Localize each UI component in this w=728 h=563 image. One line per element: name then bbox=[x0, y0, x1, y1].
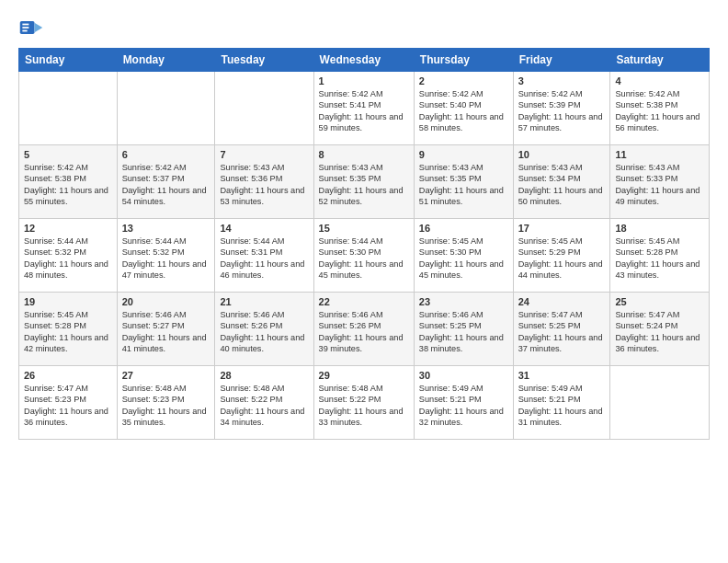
day-info: Sunrise: 5:45 AM Sunset: 5:28 PM Dayligh… bbox=[24, 309, 112, 355]
day-number: 14 bbox=[220, 223, 308, 234]
cell-content: 3Sunrise: 5:42 AM Sunset: 5:39 PM Daylig… bbox=[518, 75, 606, 134]
day-number: 8 bbox=[319, 149, 409, 160]
calendar-cell bbox=[117, 72, 215, 145]
day-info: Sunrise: 5:42 AM Sunset: 5:40 PM Dayligh… bbox=[419, 88, 508, 134]
cell-content: 23Sunrise: 5:46 AM Sunset: 5:25 PM Dayli… bbox=[419, 296, 508, 355]
calendar-cell: 30Sunrise: 5:49 AM Sunset: 5:21 PM Dayli… bbox=[414, 366, 513, 440]
cell-content: 29Sunrise: 5:48 AM Sunset: 5:22 PM Dayli… bbox=[319, 370, 409, 429]
day-number: 6 bbox=[122, 149, 210, 160]
day-number: 29 bbox=[319, 370, 409, 381]
day-info: Sunrise: 5:48 AM Sunset: 5:22 PM Dayligh… bbox=[319, 383, 409, 429]
day-info: Sunrise: 5:46 AM Sunset: 5:26 PM Dayligh… bbox=[220, 309, 308, 355]
calendar-cell: 13Sunrise: 5:44 AM Sunset: 5:32 PM Dayli… bbox=[117, 219, 215, 293]
day-info: Sunrise: 5:44 AM Sunset: 5:31 PM Dayligh… bbox=[220, 236, 308, 282]
cell-content: 13Sunrise: 5:44 AM Sunset: 5:32 PM Dayli… bbox=[122, 223, 210, 282]
calendar-cell: 21Sunrise: 5:46 AM Sunset: 5:26 PM Dayli… bbox=[215, 293, 313, 366]
day-number: 4 bbox=[615, 75, 704, 86]
svg-rect-2 bbox=[22, 24, 28, 26]
calendar-cell: 6Sunrise: 5:42 AM Sunset: 5:37 PM Daylig… bbox=[117, 145, 215, 219]
cell-content: 22Sunrise: 5:46 AM Sunset: 5:26 PM Dayli… bbox=[319, 296, 409, 355]
day-number: 2 bbox=[419, 75, 508, 86]
day-info: Sunrise: 5:47 AM Sunset: 5:24 PM Dayligh… bbox=[615, 309, 704, 355]
column-header-monday: Monday bbox=[117, 49, 215, 72]
calendar-cell: 25Sunrise: 5:47 AM Sunset: 5:24 PM Dayli… bbox=[610, 293, 710, 366]
day-number: 1 bbox=[319, 75, 409, 86]
day-number: 19 bbox=[24, 296, 112, 307]
day-number: 18 bbox=[615, 223, 704, 234]
day-number: 11 bbox=[615, 149, 704, 160]
cell-content: 10Sunrise: 5:43 AM Sunset: 5:34 PM Dayli… bbox=[518, 149, 606, 208]
logo-icon bbox=[18, 15, 44, 40]
day-number: 13 bbox=[122, 223, 210, 234]
cell-content: 14Sunrise: 5:44 AM Sunset: 5:31 PM Dayli… bbox=[220, 223, 308, 282]
cell-content: 21Sunrise: 5:46 AM Sunset: 5:26 PM Dayli… bbox=[220, 296, 308, 355]
calendar-cell bbox=[19, 72, 118, 145]
column-header-tuesday: Tuesday bbox=[215, 49, 313, 72]
day-number: 10 bbox=[518, 149, 606, 160]
calendar-cell: 31Sunrise: 5:49 AM Sunset: 5:21 PM Dayli… bbox=[513, 366, 610, 440]
day-info: Sunrise: 5:49 AM Sunset: 5:21 PM Dayligh… bbox=[419, 383, 508, 429]
day-info: Sunrise: 5:47 AM Sunset: 5:25 PM Dayligh… bbox=[518, 309, 606, 355]
day-info: Sunrise: 5:46 AM Sunset: 5:27 PM Dayligh… bbox=[122, 309, 210, 355]
day-number: 17 bbox=[518, 223, 606, 234]
calendar-cell: 17Sunrise: 5:45 AM Sunset: 5:29 PM Dayli… bbox=[513, 219, 610, 293]
day-number: 31 bbox=[518, 370, 606, 381]
day-number: 30 bbox=[419, 370, 508, 381]
day-number: 3 bbox=[518, 75, 606, 86]
day-number: 7 bbox=[220, 149, 308, 160]
calendar-cell: 24Sunrise: 5:47 AM Sunset: 5:25 PM Dayli… bbox=[513, 293, 610, 366]
day-number: 16 bbox=[419, 223, 508, 234]
calendar-cell: 16Sunrise: 5:45 AM Sunset: 5:30 PM Dayli… bbox=[414, 219, 513, 293]
cell-content: 6Sunrise: 5:42 AM Sunset: 5:37 PM Daylig… bbox=[122, 149, 210, 208]
day-number: 24 bbox=[518, 296, 606, 307]
column-header-sunday: Sunday bbox=[19, 49, 118, 72]
week-row-4: 19Sunrise: 5:45 AM Sunset: 5:28 PM Dayli… bbox=[19, 293, 710, 366]
cell-content: 18Sunrise: 5:45 AM Sunset: 5:28 PM Dayli… bbox=[615, 223, 704, 282]
day-number: 22 bbox=[319, 296, 409, 307]
svg-rect-4 bbox=[22, 30, 27, 32]
calendar-cell: 19Sunrise: 5:45 AM Sunset: 5:28 PM Dayli… bbox=[19, 293, 118, 366]
day-info: Sunrise: 5:47 AM Sunset: 5:23 PM Dayligh… bbox=[24, 383, 112, 429]
day-number: 21 bbox=[220, 296, 308, 307]
day-info: Sunrise: 5:46 AM Sunset: 5:26 PM Dayligh… bbox=[319, 309, 409, 355]
header-row: SundayMondayTuesdayWednesdayThursdayFrid… bbox=[19, 49, 710, 72]
cell-content: 27Sunrise: 5:48 AM Sunset: 5:23 PM Dayli… bbox=[122, 370, 210, 429]
day-number: 5 bbox=[24, 149, 112, 160]
calendar-cell: 22Sunrise: 5:46 AM Sunset: 5:26 PM Dayli… bbox=[313, 293, 414, 366]
day-info: Sunrise: 5:43 AM Sunset: 5:34 PM Dayligh… bbox=[518, 162, 606, 208]
cell-content: 15Sunrise: 5:44 AM Sunset: 5:30 PM Dayli… bbox=[319, 223, 409, 282]
day-info: Sunrise: 5:42 AM Sunset: 5:39 PM Dayligh… bbox=[518, 88, 606, 134]
cell-content: 8Sunrise: 5:43 AM Sunset: 5:35 PM Daylig… bbox=[319, 149, 409, 208]
calendar-cell: 27Sunrise: 5:48 AM Sunset: 5:23 PM Dayli… bbox=[117, 366, 215, 440]
day-number: 27 bbox=[122, 370, 210, 381]
cell-content: 28Sunrise: 5:48 AM Sunset: 5:22 PM Dayli… bbox=[220, 370, 308, 429]
cell-content: 16Sunrise: 5:45 AM Sunset: 5:30 PM Dayli… bbox=[419, 223, 508, 282]
day-info: Sunrise: 5:46 AM Sunset: 5:25 PM Dayligh… bbox=[419, 309, 508, 355]
calendar-cell: 12Sunrise: 5:44 AM Sunset: 5:32 PM Dayli… bbox=[19, 219, 118, 293]
calendar-cell bbox=[610, 366, 710, 440]
calendar-cell: 1Sunrise: 5:42 AM Sunset: 5:41 PM Daylig… bbox=[313, 72, 414, 145]
cell-content: 5Sunrise: 5:42 AM Sunset: 5:38 PM Daylig… bbox=[24, 149, 112, 208]
cell-content: 26Sunrise: 5:47 AM Sunset: 5:23 PM Dayli… bbox=[24, 370, 112, 429]
day-info: Sunrise: 5:44 AM Sunset: 5:32 PM Dayligh… bbox=[24, 236, 112, 282]
week-row-3: 12Sunrise: 5:44 AM Sunset: 5:32 PM Dayli… bbox=[19, 219, 710, 293]
calendar-cell: 3Sunrise: 5:42 AM Sunset: 5:39 PM Daylig… bbox=[513, 72, 610, 145]
week-row-2: 5Sunrise: 5:42 AM Sunset: 5:38 PM Daylig… bbox=[19, 145, 710, 219]
column-header-saturday: Saturday bbox=[610, 49, 710, 72]
cell-content: 31Sunrise: 5:49 AM Sunset: 5:21 PM Dayli… bbox=[518, 370, 606, 429]
svg-rect-3 bbox=[22, 27, 28, 29]
day-info: Sunrise: 5:42 AM Sunset: 5:38 PM Dayligh… bbox=[615, 88, 704, 134]
cell-content: 12Sunrise: 5:44 AM Sunset: 5:32 PM Dayli… bbox=[24, 223, 112, 282]
day-info: Sunrise: 5:43 AM Sunset: 5:35 PM Dayligh… bbox=[419, 162, 508, 208]
week-row-1: 1Sunrise: 5:42 AM Sunset: 5:41 PM Daylig… bbox=[19, 72, 710, 145]
calendar-cell: 11Sunrise: 5:43 AM Sunset: 5:33 PM Dayli… bbox=[610, 145, 710, 219]
day-number: 12 bbox=[24, 223, 112, 234]
cell-content: 7Sunrise: 5:43 AM Sunset: 5:36 PM Daylig… bbox=[220, 149, 308, 208]
day-info: Sunrise: 5:49 AM Sunset: 5:21 PM Dayligh… bbox=[518, 383, 606, 429]
calendar-cell: 9Sunrise: 5:43 AM Sunset: 5:35 PM Daylig… bbox=[414, 145, 513, 219]
day-number: 26 bbox=[24, 370, 112, 381]
day-number: 20 bbox=[122, 296, 210, 307]
day-info: Sunrise: 5:44 AM Sunset: 5:32 PM Dayligh… bbox=[122, 236, 210, 282]
cell-content: 11Sunrise: 5:43 AM Sunset: 5:33 PM Dayli… bbox=[615, 149, 704, 208]
day-info: Sunrise: 5:45 AM Sunset: 5:29 PM Dayligh… bbox=[518, 236, 606, 282]
